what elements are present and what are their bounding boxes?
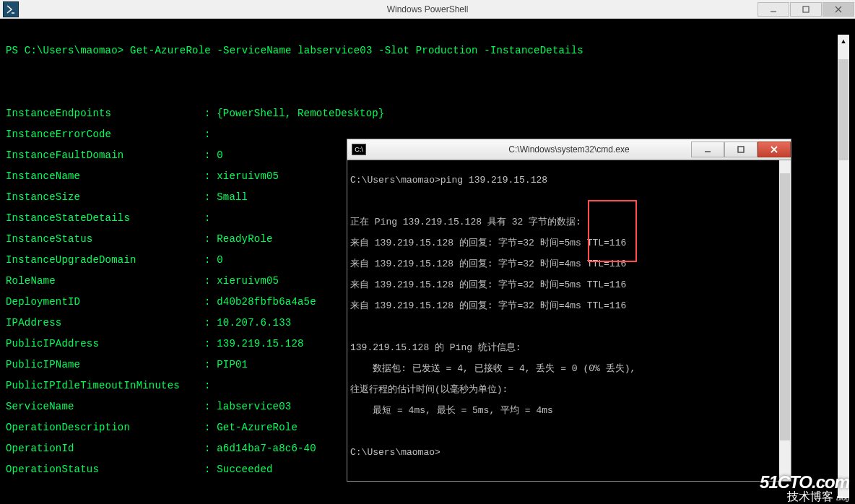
cmd-minimize-button[interactable] xyxy=(691,142,724,157)
powershell-icon xyxy=(3,1,19,17)
powershell-window-controls xyxy=(758,2,855,17)
cmd-title: C:\Windows\system32\cmd.exe xyxy=(508,144,629,155)
maximize-button[interactable] xyxy=(790,2,822,17)
cmd-output: C:\Users\maomao>ping 139.219.15.128 正在 P… xyxy=(350,165,789,479)
scroll-thumb[interactable] xyxy=(838,59,849,160)
cmd-titlebar[interactable]: C:\ C:\Windows\system32\cmd.exe xyxy=(347,139,791,160)
cmd-close-button[interactable] xyxy=(758,142,791,157)
cmd-window-controls xyxy=(691,142,791,157)
powershell-title: Windows PowerShell xyxy=(387,4,469,14)
ps-command-line: PS C:\Users\maomao> Get-AzureRole -Servi… xyxy=(6,45,849,56)
svg-rect-1 xyxy=(738,147,744,152)
cmd-icon: C:\ xyxy=(352,144,366,155)
cmd-console[interactable]: C:\Users\maomao>ping 139.219.15.128 正在 P… xyxy=(347,160,791,482)
powershell-titlebar[interactable]: Windows PowerShell xyxy=(0,0,855,19)
scroll-up-arrow[interactable]: ▴ xyxy=(838,35,849,46)
powershell-scrollbar[interactable]: ▴ xyxy=(838,35,849,498)
cmd-scroll-thumb[interactable] xyxy=(780,173,790,440)
watermark: 51CTO.com 技术博客Blog xyxy=(760,474,849,503)
close-button[interactable] xyxy=(823,2,854,17)
svg-rect-0 xyxy=(803,6,809,12)
minimize-button[interactable] xyxy=(758,2,789,17)
cmd-window: C:\ C:\Windows\system32\cmd.exe C:\Users… xyxy=(347,139,791,482)
cmd-scrollbar[interactable] xyxy=(779,160,791,481)
cmd-maximize-button[interactable] xyxy=(724,142,758,157)
